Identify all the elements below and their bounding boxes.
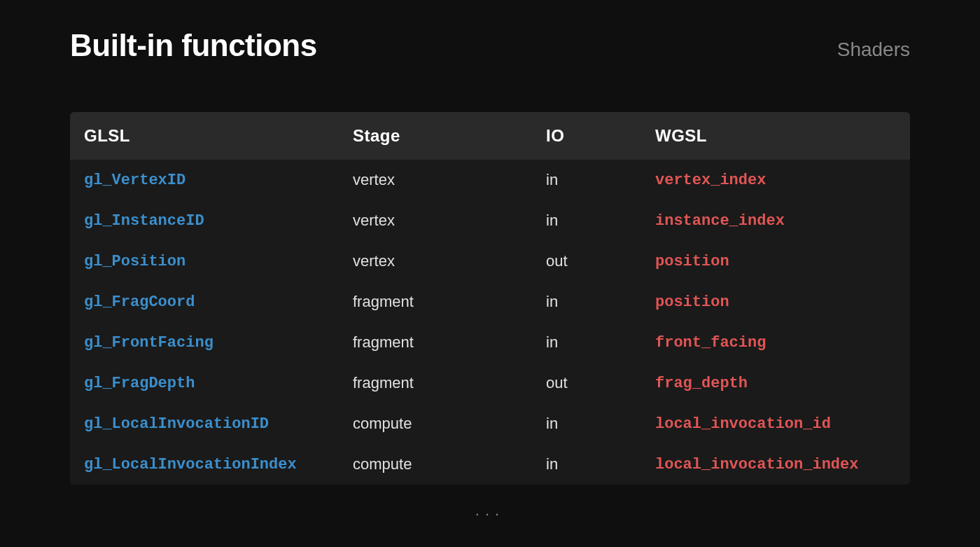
col-glsl: GLSL: [70, 112, 339, 160]
table-body: gl_VertexIDvertexinvertex_indexgl_Instan…: [70, 160, 910, 485]
stage-cell: fragment: [339, 322, 532, 363]
table-row: gl_LocalInvocationIDcomputeinlocal_invoc…: [70, 403, 910, 444]
io-cell: out: [532, 241, 641, 282]
glsl-cell: gl_LocalInvocationIndex: [70, 444, 339, 485]
stage-cell: vertex: [339, 241, 532, 282]
table-row: gl_FragCoordfragmentinposition: [70, 282, 910, 322]
io-cell: out: [532, 363, 641, 403]
table-row: gl_LocalInvocationIndexcomputeinlocal_in…: [70, 444, 910, 485]
io-cell: in: [532, 160, 641, 200]
table-row: gl_Positionvertexoutposition: [70, 241, 910, 282]
stage-cell: fragment: [339, 282, 532, 322]
io-cell: in: [532, 282, 641, 322]
slide-title: Built-in functions: [70, 28, 317, 63]
col-stage: Stage: [339, 112, 532, 160]
glsl-cell: gl_LocalInvocationID: [70, 403, 339, 444]
builtins-table: GLSL Stage IO WGSL gl_VertexIDvertexinve…: [70, 112, 910, 485]
table-header: GLSL Stage IO WGSL: [70, 112, 910, 160]
table-row: gl_FragDepthfragmentoutfrag_depth: [70, 363, 910, 403]
stage-cell: vertex: [339, 160, 532, 200]
wgsl-cell: front_facing: [641, 322, 910, 363]
glsl-cell: gl_InstanceID: [70, 200, 339, 241]
glsl-cell: gl_FragCoord: [70, 282, 339, 322]
col-wgsl: WGSL: [641, 112, 910, 160]
ellipsis-indicator: ...: [70, 485, 910, 520]
table-row: gl_FrontFacingfragmentinfront_facing: [70, 322, 910, 363]
wgsl-cell: position: [641, 282, 910, 322]
io-cell: in: [532, 322, 641, 363]
io-cell: in: [532, 200, 641, 241]
builtins-table-container: GLSL Stage IO WGSL gl_VertexIDvertexinve…: [70, 112, 910, 485]
glsl-cell: gl_FragDepth: [70, 363, 339, 403]
table-row: gl_VertexIDvertexinvertex_index: [70, 160, 910, 200]
wgsl-cell: position: [641, 241, 910, 282]
wgsl-cell: frag_depth: [641, 363, 910, 403]
wgsl-cell: vertex_index: [641, 160, 910, 200]
stage-cell: compute: [339, 444, 532, 485]
glsl-cell: gl_Position: [70, 241, 339, 282]
wgsl-cell: local_invocation_id: [641, 403, 910, 444]
wgsl-cell: instance_index: [641, 200, 910, 241]
glsl-cell: gl_VertexID: [70, 160, 339, 200]
io-cell: in: [532, 403, 641, 444]
slide-header: Built-in functions Shaders: [70, 28, 910, 63]
col-io: IO: [532, 112, 641, 160]
glsl-cell: gl_FrontFacing: [70, 322, 339, 363]
wgsl-cell: local_invocation_index: [641, 444, 910, 485]
stage-cell: compute: [339, 403, 532, 444]
stage-cell: vertex: [339, 200, 532, 241]
io-cell: in: [532, 444, 641, 485]
stage-cell: fragment: [339, 363, 532, 403]
table-row: gl_InstanceIDvertexininstance_index: [70, 200, 910, 241]
slide-subtitle: Shaders: [837, 39, 910, 61]
